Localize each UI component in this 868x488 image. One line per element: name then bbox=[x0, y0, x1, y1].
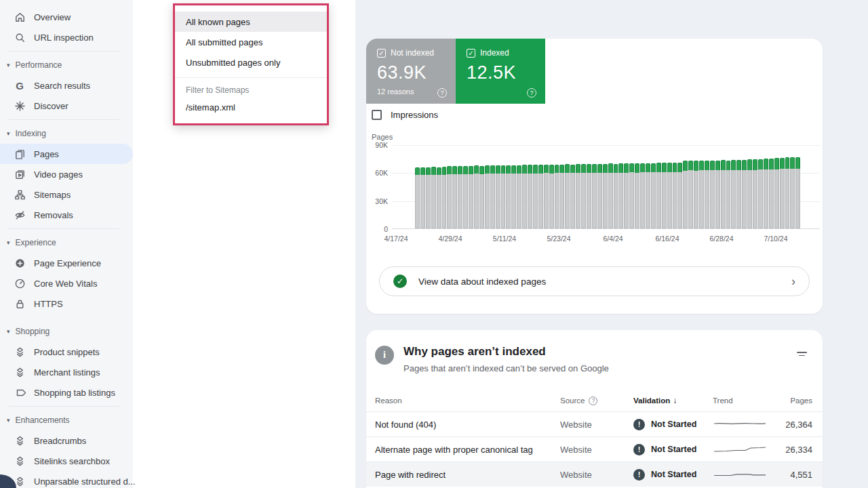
header-validation-label: Validation bbox=[633, 396, 670, 405]
sidebar-item-removals[interactable]: Removals bbox=[0, 205, 133, 225]
chart-bar bbox=[640, 145, 645, 228]
chart-bar bbox=[463, 145, 468, 228]
chart-bar bbox=[715, 145, 720, 228]
structured-data-icon bbox=[14, 455, 26, 467]
sidebar-item-core-web-vitals[interactable]: Core Web Vitals bbox=[0, 273, 133, 293]
validation-cell: ! Not Started bbox=[633, 444, 713, 455]
chart-bar bbox=[677, 145, 682, 228]
chart-bar bbox=[415, 145, 420, 228]
sidebar-section-label: Performance bbox=[16, 60, 62, 70]
chart-bar bbox=[517, 145, 521, 228]
sidebar-item-product-snippets[interactable]: Product snippets bbox=[0, 342, 133, 362]
x-tick-label: 6/4/24 bbox=[603, 235, 623, 243]
chart-bar bbox=[742, 145, 747, 228]
sidebar-item-discover[interactable]: Discover bbox=[0, 96, 133, 116]
chevron-right-icon: › bbox=[791, 274, 795, 289]
chart-bar bbox=[506, 145, 511, 228]
sidebar-section-indexing[interactable]: ▾ Indexing bbox=[0, 123, 133, 144]
header-trend[interactable]: Trend bbox=[713, 396, 772, 405]
sidebar-section-performance[interactable]: ▾ Performance bbox=[0, 55, 133, 75]
x-tick-label: 6/28/24 bbox=[709, 235, 733, 243]
sidebar-item-overview[interactable]: Overview bbox=[0, 7, 133, 27]
dropdown-option-all-submitted-pages[interactable]: All submitted pages bbox=[175, 32, 327, 52]
chart-bar bbox=[688, 145, 693, 228]
why-card-subtitle: Pages that aren’t indexed can’t be serve… bbox=[403, 363, 609, 373]
chart-bar bbox=[501, 145, 506, 228]
sidebar-section-enhancements[interactable]: ▾ Enhancements bbox=[0, 410, 133, 430]
sidebar-section-label: Enhancements bbox=[16, 415, 70, 425]
indexed-stat-card[interactable]: ✓ Indexed 12.5K ? bbox=[456, 39, 545, 104]
table-row[interactable]: Alternate page with proper canonical tag… bbox=[366, 436, 823, 462]
header-pages[interactable]: Pages bbox=[772, 396, 812, 405]
sidebar-item-search-results[interactable]: G Search results bbox=[0, 75, 133, 96]
dropdown-option-all-known-pages[interactable]: All known pages bbox=[175, 12, 327, 32]
pages-icon bbox=[14, 148, 26, 160]
chart-bar bbox=[511, 145, 516, 228]
sidebar-divider bbox=[8, 406, 119, 407]
sidebar-item-sitemaps[interactable]: Sitemaps bbox=[0, 184, 133, 205]
checked-checkbox-icon[interactable]: ✓ bbox=[377, 49, 386, 58]
not-started-icon: ! bbox=[633, 419, 645, 430]
sidebar-item-pages[interactable]: Pages bbox=[0, 144, 133, 164]
filter-icon[interactable] bbox=[797, 352, 808, 360]
sidebar-section-shopping[interactable]: ▾ Shopping bbox=[0, 321, 133, 342]
header-source[interactable]: Source ? bbox=[560, 396, 633, 405]
search-icon bbox=[14, 31, 26, 43]
chart-bars bbox=[415, 145, 800, 228]
checked-checkbox-icon[interactable]: ✓ bbox=[467, 49, 475, 58]
chart-bar bbox=[646, 145, 650, 228]
video-pages-icon bbox=[14, 168, 26, 180]
not-indexed-stat-card[interactable]: ✓ Not indexed 63.9K 12 reasons ? bbox=[366, 39, 456, 104]
chart-bar bbox=[694, 145, 698, 228]
header-source-label: Source bbox=[560, 396, 585, 405]
help-icon[interactable]: ? bbox=[437, 88, 447, 98]
x-tick-label: 5/11/24 bbox=[493, 235, 516, 243]
dropdown-filter-label: Filter to Sitemaps bbox=[175, 83, 327, 98]
not-indexed-reasons: 12 reasons bbox=[377, 87, 446, 96]
chart-bar bbox=[790, 145, 795, 228]
sidebar-item-url-inspection[interactable]: URL inspection bbox=[0, 27, 133, 47]
help-icon[interactable]: ? bbox=[527, 88, 536, 98]
header-validation[interactable]: Validation↓ bbox=[633, 396, 713, 405]
chart-bar bbox=[764, 145, 768, 228]
view-data-about-indexed-pages-button[interactable]: ✓ View data about indexed pages › bbox=[379, 266, 810, 296]
table-row[interactable]: Not found (404) Website ! Not Started 26… bbox=[366, 411, 823, 436]
chart-bar bbox=[603, 145, 608, 228]
sidebar-item-https[interactable]: HTTPS bbox=[0, 293, 133, 314]
y-tick-label: 90K bbox=[366, 141, 388, 149]
chart-bar bbox=[699, 145, 704, 228]
sidebar-item-breadcrumbs[interactable]: Breadcrumbs bbox=[0, 430, 133, 451]
header-reason[interactable]: Reason bbox=[375, 396, 560, 405]
reason-cell: Not found (404) bbox=[375, 420, 560, 430]
impressions-toggle[interactable]: Impressions bbox=[372, 110, 438, 120]
chart-bar bbox=[795, 145, 800, 228]
unchecked-checkbox-icon[interactable] bbox=[372, 110, 382, 120]
sidebar-item-shopping-tab-listings[interactable]: Shopping tab listings bbox=[0, 382, 133, 403]
sidebar-item-page-experience[interactable]: Page Experience bbox=[0, 253, 133, 273]
dropdown-option-sitemap-xml[interactable]: /sitemap.xml bbox=[175, 98, 327, 117]
sidebar-item-video-pages[interactable]: Video pages bbox=[0, 164, 133, 184]
sidebar-item-label: Sitelinks searchbox bbox=[34, 456, 110, 466]
page-filter-dropdown: All known pages All submitted pages Unsu… bbox=[175, 5, 327, 117]
table-row[interactable]: Page with redirect Website ! Not Started… bbox=[366, 462, 823, 487]
main-content: ✓ Not indexed 63.9K 12 reasons ? ✓ Index… bbox=[355, 0, 868, 488]
trend-sparkline bbox=[713, 469, 767, 480]
chart-bar bbox=[469, 145, 473, 228]
indexed-label: Indexed bbox=[480, 48, 509, 58]
sidebar-item-label: Product snippets bbox=[34, 347, 100, 357]
chart-bar bbox=[618, 145, 623, 228]
dropdown-option-unsubmitted-pages-only[interactable]: Unsubmitted pages only bbox=[175, 52, 327, 73]
pages-count-cell: 26,334 bbox=[772, 445, 812, 455]
sidebar-item-label: URL inspection bbox=[34, 33, 94, 43]
sidebar-item-sitelinks-searchbox[interactable]: Sitelinks searchbox bbox=[0, 451, 133, 471]
speedometer-icon bbox=[14, 277, 26, 289]
chart-bar bbox=[774, 145, 779, 228]
chart-bar bbox=[608, 145, 613, 228]
structured-data-icon bbox=[14, 366, 26, 378]
sidebar-section-experience[interactable]: ▾ Experience bbox=[0, 232, 133, 253]
help-icon[interactable]: ? bbox=[589, 396, 597, 405]
sidebar-item-label: Search results bbox=[34, 81, 90, 91]
sidebar-item-unparsable-structured-data[interactable]: Unparsable structured d... bbox=[0, 471, 133, 488]
sidebar-spacer bbox=[0, 314, 133, 321]
sidebar-item-merchant-listings[interactable]: Merchant listings bbox=[0, 362, 133, 382]
